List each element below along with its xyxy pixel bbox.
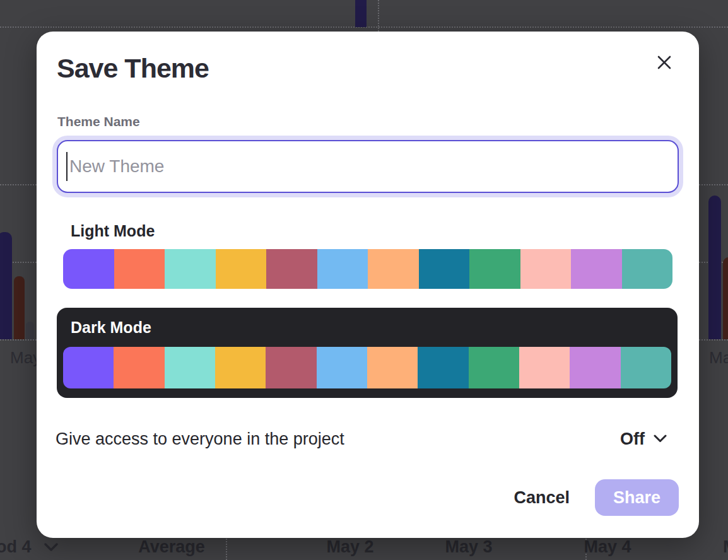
palette-swatch [63, 347, 114, 388]
share-button[interactable]: Share [595, 479, 679, 516]
palette-swatch [114, 347, 164, 388]
palette-swatch [317, 249, 368, 289]
access-label: Give access to everyone in the project [56, 429, 344, 449]
palette-swatch [570, 347, 620, 388]
palette-swatch [520, 249, 572, 289]
light-mode-palette[interactable] [63, 249, 672, 289]
palette-swatch [63, 249, 114, 289]
dialog-title: Save Theme [57, 53, 209, 84]
close-button[interactable] [655, 54, 674, 73]
dark-mode-palette[interactable] [63, 347, 671, 388]
x-axis-label: May 4 [584, 537, 631, 557]
x-axis-label: May 3 [445, 537, 492, 557]
chart-bar [26, 322, 34, 339]
x-axis-label: Average [138, 537, 205, 557]
dark-mode-card[interactable]: Dark Mode [57, 308, 678, 398]
grid-separator [226, 536, 227, 560]
palette-swatch [469, 249, 520, 289]
period-dropdown[interactable]: od 4 [0, 537, 58, 557]
palette-swatch [317, 347, 367, 388]
text-caret [66, 152, 68, 181]
light-mode-label: Light Mode [71, 222, 155, 240]
access-dropdown[interactable]: Off [620, 429, 667, 449]
palette-swatch [622, 249, 673, 289]
access-value: Off [620, 429, 645, 449]
x-axis-label-partial: M [723, 537, 728, 557]
palette-swatch [165, 249, 216, 289]
palette-swatch [418, 347, 468, 388]
palette-swatch [114, 249, 165, 289]
palette-swatch [469, 347, 519, 388]
dark-mode-label: Dark Mode [71, 318, 151, 337]
palette-swatch [519, 347, 570, 388]
gridline [0, 339, 37, 341]
palette-swatch [266, 249, 317, 289]
save-theme-dialog: Save Theme Theme Name Light Mode Dark Mo… [37, 32, 699, 538]
palette-swatch [571, 249, 622, 289]
palette-swatch [621, 347, 671, 388]
palette-swatch [165, 347, 215, 388]
chart-bar [708, 195, 721, 339]
gridline [0, 184, 37, 185]
chart-bar [14, 276, 25, 339]
chart-bar [355, 0, 367, 27]
close-icon [656, 54, 672, 73]
x-axis-label-right: Ma [709, 348, 728, 368]
theme-name-input[interactable] [57, 140, 679, 193]
period-label: od 4 [0, 537, 32, 557]
palette-swatch [266, 347, 316, 388]
chart-bar [723, 257, 728, 339]
chevron-down-icon [654, 435, 667, 443]
dialog-footer: Cancel Share [514, 479, 679, 516]
cancel-button[interactable]: Cancel [514, 488, 570, 508]
theme-name-input-wrap [57, 140, 679, 193]
palette-swatch [368, 249, 419, 289]
x-axis-label: May 2 [326, 537, 373, 557]
palette-swatch [216, 249, 267, 289]
chart-bar [0, 232, 12, 339]
palette-swatch [367, 347, 418, 388]
palette-swatch [419, 249, 470, 289]
theme-name-label: Theme Name [57, 114, 140, 129]
palette-swatch [215, 347, 266, 388]
chevron-down-icon [44, 543, 58, 552]
access-row: Give access to everyone in the project O… [56, 426, 667, 452]
grid-separator [378, 0, 379, 32]
